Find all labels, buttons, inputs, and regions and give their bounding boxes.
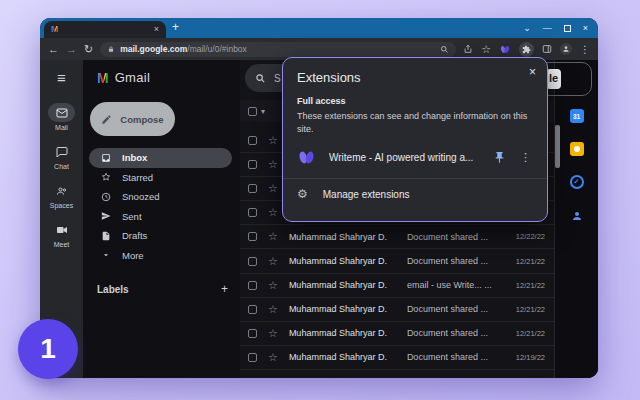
search-text: S — [274, 73, 281, 84]
new-tab-button[interactable]: + — [172, 20, 179, 34]
rail-item[interactable]: Spaces — [48, 181, 75, 209]
extensions-puzzle-button[interactable] — [519, 42, 534, 57]
forward-button[interactable]: → — [66, 44, 77, 55]
nav-item[interactable]: Drafts — [89, 226, 232, 246]
starline-icon — [101, 172, 111, 182]
nav-item[interactable]: More — [89, 246, 232, 266]
row-checkbox[interactable] — [248, 257, 257, 266]
extension-menu-icon[interactable]: ⋮ — [520, 151, 531, 164]
email-row[interactable]: ☆ Muhammad Shahryar D. Document shared .… — [240, 346, 554, 370]
screenshot-stage: M × + ⌄ — × ← → ↻ mail.google.com/mail/u… — [0, 0, 640, 400]
row-date: 12/21/22 — [507, 305, 545, 314]
row-checkbox[interactable] — [248, 329, 257, 338]
email-row[interactable]: ☆ Muhammad Shahryar D. Document shared .… — [240, 298, 554, 322]
back-button[interactable]: ← — [48, 44, 59, 55]
share-icon[interactable] — [463, 44, 473, 54]
row-sender: Muhammad Shahryar D. — [289, 256, 407, 266]
minimize-button[interactable]: — — [543, 23, 552, 33]
popup-title: Extensions — [297, 70, 533, 85]
window-controls: ⌄ — × — [523, 18, 588, 38]
close-window-button[interactable]: × — [583, 23, 588, 33]
full-access-heading: Full access — [297, 96, 533, 106]
extension-name: Writeme - AI powered writing a... — [329, 152, 493, 163]
nav-item-label: Snoozed — [122, 191, 160, 202]
tasks-icon[interactable]: ✓ — [570, 175, 584, 189]
star-icon[interactable]: ☆ — [268, 352, 278, 363]
row-sender: Muhammad Shahryar D. — [289, 328, 407, 338]
rail-item-pill — [48, 181, 75, 200]
person-icon — [562, 45, 570, 53]
star-icon[interactable]: ☆ — [268, 328, 278, 339]
row-checkbox[interactable] — [248, 136, 257, 145]
star-icon[interactable]: ☆ — [268, 256, 278, 267]
rail-item[interactable]: Mail — [48, 103, 75, 131]
chevron-icon — [101, 250, 111, 260]
row-date: 12/21/22 — [507, 257, 545, 266]
rail-item[interactable]: Chat — [48, 142, 75, 170]
email-row[interactable]: ☆ Muhammad Shahryar D. Document shared .… — [240, 249, 554, 273]
list-scrollbar-thumb[interactable] — [555, 125, 560, 168]
rail-items: Mail Chat Spaces — [48, 103, 75, 259]
lock-icon — [107, 45, 115, 54]
side-panel-icon[interactable] — [542, 44, 552, 54]
star-icon[interactable]: ☆ — [268, 280, 278, 291]
star-icon[interactable]: ☆ — [268, 183, 278, 194]
rail-item-pill — [48, 142, 75, 161]
keep-icon[interactable] — [570, 142, 584, 156]
profile-avatar[interactable] — [560, 43, 572, 55]
contacts-icon[interactable] — [571, 208, 583, 226]
manage-extensions-button[interactable]: ⚙ Manage extensions — [297, 179, 533, 200]
maximize-button[interactable] — [564, 25, 571, 32]
row-subject: Document shared ... — [407, 304, 507, 314]
row-checkbox[interactable] — [248, 281, 257, 290]
tab-search-chevron-icon[interactable]: ⌄ — [523, 23, 531, 33]
row-checkbox[interactable] — [248, 305, 257, 314]
rail-item-pill — [48, 103, 75, 122]
writeme-logo-icon — [297, 148, 316, 167]
zoom-icon[interactable] — [440, 45, 449, 54]
tab-gmail[interactable]: M × — [44, 21, 166, 38]
select-dropdown-icon[interactable]: ▾ — [261, 107, 265, 116]
writeme-extension-icon[interactable] — [499, 44, 511, 55]
nav-item-label: More — [122, 250, 144, 261]
row-sender: Muhammad Shahryar D. — [289, 352, 407, 362]
browser-menu-icon[interactable]: ⋮ — [580, 44, 590, 55]
email-row[interactable]: ☆ Muhammad Shahryar D. email - use Write… — [240, 274, 554, 298]
search-icon — [255, 73, 266, 84]
star-icon[interactable]: ☆ — [268, 135, 278, 146]
tab-close-icon[interactable]: × — [154, 25, 159, 34]
bookmark-star-icon[interactable]: ☆ — [481, 44, 491, 55]
row-checkbox[interactable] — [248, 160, 257, 169]
star-icon[interactable]: ☆ — [268, 207, 278, 218]
rail-item[interactable]: Meet — [48, 220, 75, 248]
chat-icon — [56, 146, 68, 158]
hamburger-menu-icon[interactable]: ≡ — [57, 70, 66, 85]
nav-item[interactable]: Starred — [89, 168, 232, 188]
star-icon[interactable]: ☆ — [268, 159, 278, 170]
add-label-icon[interactable]: + — [221, 282, 228, 296]
star-icon[interactable]: ☆ — [268, 304, 278, 315]
popup-close-icon[interactable]: × — [529, 65, 536, 79]
nav-item[interactable]: Inbox — [89, 148, 232, 168]
reload-button[interactable]: ↻ — [84, 44, 93, 55]
row-checkbox[interactable] — [248, 353, 257, 362]
row-checkbox[interactable] — [248, 184, 257, 193]
extension-row[interactable]: Writeme - AI powered writing a... ⋮ — [297, 145, 533, 169]
star-icon[interactable]: ☆ — [268, 231, 278, 242]
email-row[interactable]: ☆ Muhammad Shahryar D. Document shared .… — [240, 225, 554, 249]
row-checkbox[interactable] — [248, 232, 257, 241]
omnibox[interactable]: mail.google.com/mail/u/0/#inbox — [100, 42, 456, 57]
select-all-checkbox[interactable] — [248, 107, 257, 116]
toolbar-icons: ☆ ⋮ — [463, 42, 590, 57]
pin-icon[interactable] — [493, 151, 506, 164]
row-subject: email - use Write... ... — [407, 280, 507, 290]
row-checkbox[interactable] — [248, 208, 257, 217]
nav-item[interactable]: Sent — [89, 207, 232, 227]
email-row[interactable]: ☆ Muhammad Shahryar D. Document shared .… — [240, 322, 554, 346]
row-sender: Muhammad Shahryar D. — [289, 280, 407, 290]
compose-button[interactable]: Compose — [90, 102, 175, 136]
meet-icon — [56, 224, 68, 236]
calendar-icon[interactable]: 31 — [570, 109, 584, 123]
nav-item[interactable]: Snoozed — [89, 187, 232, 207]
row-date: 12/19/22 — [507, 353, 545, 362]
